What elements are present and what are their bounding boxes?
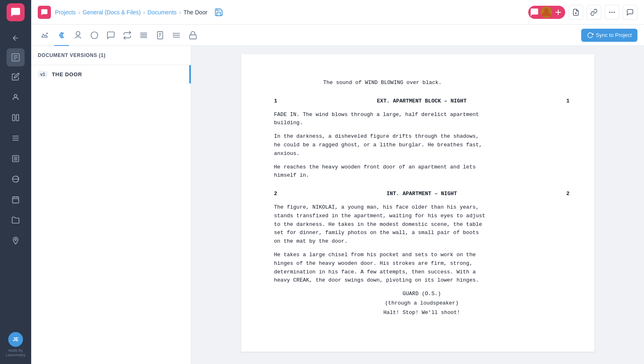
breadcrumb-current: The Door	[183, 9, 207, 16]
nav-folder[interactable]	[7, 211, 25, 229]
breadcrumb-documents[interactable]: Documents	[148, 9, 177, 16]
scene-2: 2 INT. APARTMENT – NIGHT 2 The figure, N…	[274, 190, 570, 317]
nav-schedule[interactable]	[7, 129, 25, 147]
user-photo	[541, 7, 552, 18]
top-header: Projects › General (Docs & Files) › Docu…	[31, 0, 644, 25]
scene-1-heading: 1 EXT. APARTMENT BLOCK – NIGHT 1	[274, 97, 570, 106]
made-by-label: Made By Leanometry	[0, 348, 31, 357]
nav-list[interactable]	[7, 150, 25, 168]
svg-point-4	[14, 94, 17, 97]
nav-back[interactable]	[7, 29, 25, 47]
breadcrumb-projects[interactable]: Projects	[55, 9, 76, 16]
nav-calendar[interactable]	[7, 191, 25, 209]
more-button[interactable]	[605, 5, 619, 20]
breadcrumb-general[interactable]: General (Docs & Files)	[83, 9, 141, 16]
nav-edit[interactable]	[7, 68, 25, 86]
app-logo[interactable]	[7, 3, 25, 21]
scene-2-action-1: He takes a large chisel from his pocket …	[274, 251, 570, 285]
nav-character[interactable]	[7, 88, 25, 106]
scene-2-action-0: The figure, NIKOLAI, a young man, his fa…	[274, 203, 570, 246]
version-title: THE DOOR	[52, 71, 82, 77]
svg-point-19	[15, 239, 16, 240]
export-button[interactable]	[568, 5, 583, 20]
svg-point-26	[46, 32, 48, 34]
save-icon[interactable]	[213, 7, 225, 18]
scene-2-heading: 2 INT. APARTMENT – NIGHT 2	[274, 190, 570, 198]
breadcrumb-sep-1: ›	[78, 9, 80, 16]
scene-1-action-2: He reaches the heavy wooden front door o…	[274, 163, 570, 180]
scene-2-character: GUARD (O.S.)	[274, 290, 570, 298]
main-container: Projects › General (Docs & Files) › Docu…	[31, 0, 644, 364]
toolbar: 1 2 Sync to Project	[31, 25, 644, 46]
collaboration-group[interactable]	[528, 6, 565, 19]
version-item-1[interactable]: v1 THE DOOR	[31, 65, 191, 84]
toolbar-numbering[interactable]: 1 2	[169, 28, 184, 43]
svg-rect-34	[158, 31, 163, 39]
scene-1-action-0: FADE IN. The wind blows through a large,…	[274, 111, 570, 128]
svg-point-25	[614, 11, 615, 13]
toolbar-character[interactable]	[71, 28, 85, 43]
scene-1: 1 EXT. APARTMENT BLOCK – NIGHT 1 FADE IN…	[274, 97, 570, 180]
scene-2-dialogue: Halt! Stop! We'll shoot!	[274, 309, 570, 317]
toolbar-scene[interactable]	[38, 28, 53, 43]
link-button[interactable]	[587, 5, 601, 20]
breadcrumb: Projects › General (Docs & Files) › Docu…	[38, 6, 528, 19]
script-content: The sound of WIND BLOWING over black. 1 …	[274, 79, 570, 317]
nav-document-thumb[interactable]	[7, 48, 25, 66]
svg-rect-43	[190, 35, 197, 39]
nav-bottom: JE Made By Leanometry	[0, 332, 31, 361]
left-nav: JE Made By Leanometry	[0, 0, 31, 364]
toolbar-document[interactable]	[153, 28, 167, 43]
toolbar-lock[interactable]	[186, 28, 200, 43]
svg-point-29	[91, 32, 98, 39]
toolbar-beat[interactable]	[87, 28, 102, 43]
svg-rect-15	[13, 197, 19, 203]
toolbar-comment[interactable]	[103, 28, 118, 43]
nav-boards[interactable]	[7, 109, 25, 127]
script-page: The sound of WIND BLOWING over black. 1 …	[241, 54, 594, 352]
chat-button[interactable]	[623, 5, 637, 20]
script-viewer: The sound of WIND BLOWING over black. 1 …	[191, 46, 644, 364]
toolbar-script[interactable]	[54, 28, 69, 43]
svg-point-24	[612, 11, 613, 13]
svg-point-23	[609, 11, 610, 13]
scene-2-parenthetical: (through a loudspeaker)	[274, 299, 570, 308]
header-right	[528, 5, 637, 20]
sidebar-header: DOCUMENT VERSIONS (1)	[31, 46, 191, 65]
sync-to-project-button[interactable]: Sync to Project	[581, 29, 637, 42]
user-avatar[interactable]: JE	[8, 332, 23, 347]
toolbar-format[interactable]	[136, 28, 151, 43]
nav-location[interactable]	[7, 232, 25, 250]
script-intro: The sound of WIND BLOWING over black.	[274, 79, 570, 87]
toolbar-flow[interactable]	[120, 28, 135, 43]
content-area: DOCUMENT VERSIONS (1) v1 THE DOOR The so…	[31, 46, 644, 364]
document-versions-sidebar: DOCUMENT VERSIONS (1) v1 THE DOOR	[31, 46, 191, 364]
breadcrumb-sep-2: ›	[143, 9, 145, 16]
svg-rect-6	[16, 115, 19, 121]
version-badge: v1	[38, 71, 48, 77]
breadcrumb-sep-3: ›	[179, 9, 181, 16]
svg-rect-5	[13, 115, 15, 121]
app-breadcrumb-icon[interactable]	[38, 6, 51, 19]
nav-sports[interactable]	[7, 170, 25, 188]
scene-1-action-1: In the darkness, a disheveled figure dri…	[274, 132, 570, 158]
